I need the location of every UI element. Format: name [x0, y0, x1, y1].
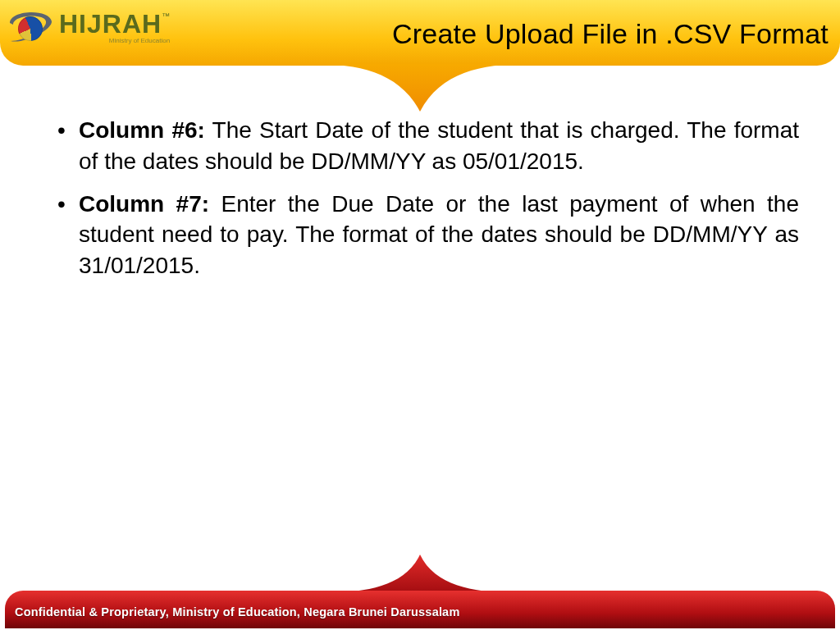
slide-content: Column #6: The Start Date of the student… [57, 115, 799, 293]
bullet-list: Column #6: The Start Date of the student… [57, 115, 799, 281]
header-banner: HIJRAH™ Ministry of Education Create Upl… [0, 0, 840, 66]
bullet-label: Column #6: [79, 117, 205, 143]
footer-pointer-ornament [330, 551, 510, 592]
logo-text: HIJRAH™ Ministry of Education [59, 12, 170, 43]
logo-tm: ™ [162, 11, 170, 21]
bullet-label: Column #7: [79, 191, 209, 217]
brand-logo: HIJRAH™ Ministry of Education [5, 5, 170, 51]
logo-subtext: Ministry of Education [109, 38, 170, 43]
logo-word: HIJRAH [59, 9, 162, 39]
bullet-item: Column #7: Enter the Due Date or the las… [57, 189, 799, 281]
footer-banner: Confidential & Proprietary, Ministry of … [0, 586, 840, 630]
slide-title: Create Upload File in .CSV Format [392, 18, 829, 50]
bullet-item: Column #6: The Start Date of the student… [57, 115, 799, 177]
footer-text: Confidential & Proprietary, Ministry of … [15, 605, 459, 619]
header-pointer-ornament [313, 64, 527, 121]
logo-globe-icon [18, 16, 43, 41]
logo-mark [5, 5, 54, 51]
